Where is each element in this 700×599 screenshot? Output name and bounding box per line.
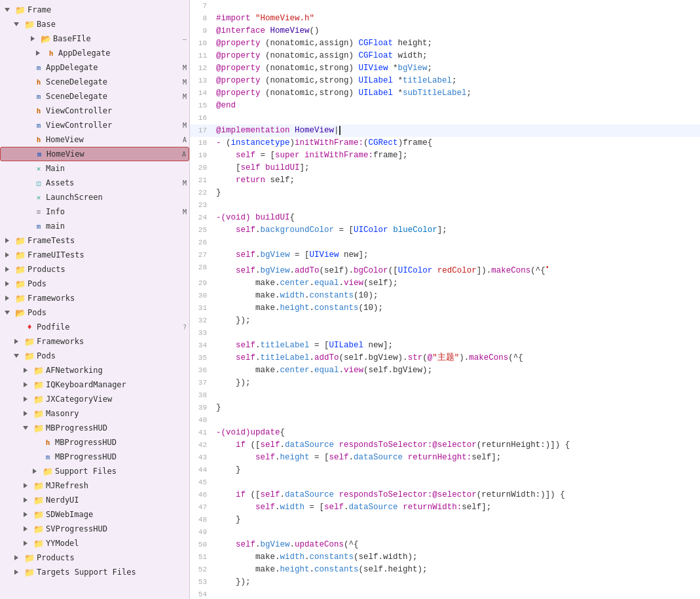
spacer <box>21 120 31 130</box>
sidebar-label: Products <box>28 265 187 274</box>
sidebar-item-pods-1[interactable]: 📁 Pods <box>0 277 189 291</box>
sidebar-item-frametests[interactable]: 📁 FrameTests <box>0 233 189 248</box>
line-text: - (instancetype)initWithFrame:(CGRect)fr… <box>213 137 700 149</box>
sidebar-item-viewcontroller-m[interactable]: m ViewController M <box>0 118 189 132</box>
sidebar-item-assets[interactable]: ◫ Assets M <box>0 176 189 190</box>
line-text: self = [super initWithFrame:frame]; <box>213 149 700 162</box>
sidebar-item-mjrefresh[interactable]: 📁 MJRefresh <box>0 478 189 493</box>
triangle-down-icon <box>12 351 22 361</box>
sidebar-item-frame[interactable]: 📁 Frame <box>0 3 189 17</box>
sidebar-item-yymodel[interactable]: 📁 YYModel <box>0 536 189 551</box>
sidebar-item-homeview-h[interactable]: h HomeView A <box>0 132 189 147</box>
line-text: [self buildUI]; <box>213 162 700 174</box>
line-num: 32 <box>190 315 213 327</box>
sidebar-label: YYModel <box>46 539 187 548</box>
sidebar-item-appdelegate-m[interactable]: m AppDelegate M <box>0 60 189 75</box>
folder-icon: 📁 <box>24 351 35 361</box>
code-editor: 7 8 #import "HomeView.h" 9 @interface Ho… <box>190 0 700 599</box>
sidebar-item-mbprogress[interactable]: 📁 MBProgressHUD <box>0 421 189 435</box>
code-line-19: 19 self = [super initWithFrame:frame]; <box>190 149 700 162</box>
sidebar-item-mbprogress-m[interactable]: m MBProgressHUD <box>0 450 189 464</box>
line-num: 7 <box>190 0 213 12</box>
item-badge: A <box>183 136 187 144</box>
triangle-right-icon <box>21 394 31 404</box>
line-num: 13 <box>190 75 213 87</box>
code-line-28: 28 self.bgView.addTo(self).bgColor([UICo… <box>190 261 700 277</box>
line-num: 15 <box>190 100 213 112</box>
sidebar-item-targets-support[interactable]: 📁 Targets Support Files <box>0 565 189 579</box>
sidebar-item-base[interactable]: 📁 Base <box>0 17 189 31</box>
sidebar-item-info[interactable]: ≡ Info M <box>0 204 189 219</box>
code-line-34: 34 self.titleLabel = [UILabel new]; <box>190 339 700 352</box>
line-text: self.bgView.addTo(self).bgColor([UIColor… <box>213 261 700 277</box>
sidebar-item-sdwebimage[interactable]: 📁 SDWebImage <box>0 507 189 522</box>
code-line-33: 33 <box>190 327 700 339</box>
sidebar-label: Info <box>46 207 180 216</box>
folder-icon: 📁 <box>24 336 35 347</box>
sidebar-item-products-1[interactable]: 📁 Products <box>0 262 189 277</box>
triangle-down-icon <box>21 423 31 433</box>
sidebar-item-products-2[interactable]: 📁 Products <box>0 551 189 565</box>
file-m-icon: m <box>43 452 53 462</box>
sidebar-item-viewcontroller-h[interactable]: h ViewController <box>0 104 189 118</box>
sidebar-item-jxcategory[interactable]: 📁 JXCategoryView <box>0 392 189 406</box>
code-line-41: 41 -(void)update{ <box>190 427 700 439</box>
code-line-23: 23 <box>190 199 700 212</box>
triangle-right-icon <box>12 336 22 347</box>
sidebar-item-pods-root[interactable]: 📂 Pods <box>0 305 189 320</box>
sidebar-label: LaunchScreen <box>46 193 187 202</box>
sidebar-item-podfile[interactable]: ♦ Podfile ? <box>0 320 189 334</box>
sidebar-item-launchscreen[interactable]: ✕ LaunchScreen <box>0 190 189 204</box>
file-m-icon: m <box>33 91 44 102</box>
sidebar-item-nerdyui[interactable]: 📁 NerdyUI <box>0 493 189 507</box>
line-num: 28 <box>190 261 213 274</box>
triangle-right-icon <box>3 293 13 303</box>
sidebar-item-appdelegate-h[interactable]: h AppDelegate <box>0 46 189 60</box>
sidebar-item-frameworks-2[interactable]: 📁 Frameworks <box>0 334 189 349</box>
sidebar-item-frameworks-1[interactable]: 📁 Frameworks <box>0 291 189 305</box>
sidebar-item-iqkeyboard[interactable]: 📁 IQKeyboardManager <box>0 377 189 392</box>
sidebar-item-scenedelegate-m[interactable]: m SceneDelegate M <box>0 89 189 104</box>
code-line-50: 50 self.bgView.updateCons(^{ <box>190 539 700 551</box>
sidebar-item-masonry[interactable]: 📁 Masonry <box>0 406 189 421</box>
line-text: }); <box>213 576 700 589</box>
line-num: 54 <box>190 589 213 599</box>
line-text: @property (nonatomic,assign) CGFloat wid… <box>213 50 700 62</box>
code-line-54: 54 <box>190 589 700 599</box>
sidebar-item-homeview-m[interactable]: m HomeView A <box>0 147 189 161</box>
item-badge: ? <box>183 324 187 331</box>
file-m-icon: m <box>34 149 45 159</box>
sidebar-label: MBProgressHUD <box>55 438 187 447</box>
sidebar-label: Frame <box>28 5 187 14</box>
code-line-32: 32 }); <box>190 315 700 327</box>
sidebar-item-scenedelegate-h[interactable]: h SceneDelegate M <box>0 75 189 89</box>
sidebar-item-svprogress[interactable]: 📁 SVProgressHUD <box>0 522 189 536</box>
sidebar-item-basefile[interactable]: 📂 BaseFIle — <box>0 31 189 46</box>
info-icon: ≡ <box>33 206 44 217</box>
line-text: if ([self.dataSource respondsToSelector:… <box>213 489 700 501</box>
line-num: 12 <box>190 62 213 75</box>
line-text: @end <box>213 100 700 112</box>
sidebar-item-support-files[interactable]: 📁 Support Files <box>0 464 189 478</box>
code-line-13: 13 @property (nonatomic,strong) UILabel … <box>190 75 700 87</box>
triangle-right-icon <box>21 524 31 534</box>
line-num: 31 <box>190 302 213 315</box>
folder-icon: 📁 <box>33 365 44 376</box>
folder-icon: 📁 <box>43 466 53 476</box>
sidebar-item-afnetworking[interactable]: 📁 AFNetworking <box>0 363 189 377</box>
sidebar-item-mbprogress-h[interactable]: h MBProgressHUD <box>0 435 189 450</box>
triangle-down-icon <box>3 307 13 318</box>
sidebar-label: MJRefresh <box>46 481 187 490</box>
spacer <box>12 322 22 332</box>
sidebar-item-pods-sub[interactable]: 📁 Pods <box>0 349 189 363</box>
sidebar-label: SVProgressHUD <box>46 524 187 533</box>
line-text: self.backgroundColor = [UIColor blueColo… <box>213 224 700 237</box>
sidebar-item-main[interactable]: ✕ Main <box>0 161 189 176</box>
sidebar-item-frameutests[interactable]: 📁 FrameUITests <box>0 248 189 262</box>
line-text: } <box>213 464 700 476</box>
folder-icon: 📁 <box>15 279 26 289</box>
sidebar-label: ViewController <box>46 121 180 130</box>
line-num: 51 <box>190 551 213 564</box>
sidebar-item-main-c[interactable]: m main <box>0 219 189 233</box>
line-text: @interface HomeView() <box>213 25 700 37</box>
